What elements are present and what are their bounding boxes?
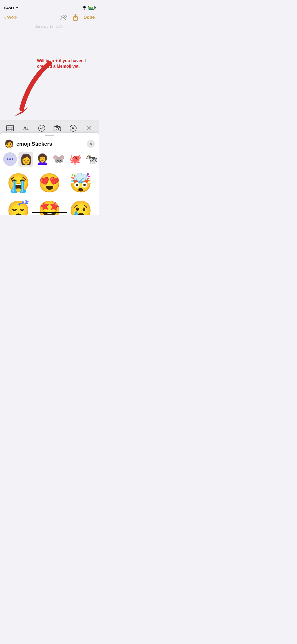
sticker-character-1[interactable]: 👩 [18, 152, 33, 167]
svg-point-14 [59, 127, 60, 128]
sticker-grid: 😭 😍 🤯 😴 🤩 😢 [0, 169, 99, 215]
dot3 [12, 158, 13, 160]
sticker-character-5[interactable]: 🐄 [84, 152, 99, 167]
status-icons: ⚡ [82, 6, 95, 10]
sheet-title: emoji Stickers [16, 141, 52, 147]
camera-icon [54, 125, 61, 131]
close-button[interactable] [84, 123, 94, 134]
back-button[interactable]: ‹ Work [4, 15, 17, 20]
share-icon[interactable] [73, 14, 78, 21]
text-format-label: Aa [23, 125, 28, 131]
date-watermark: January 12, 2024 [0, 24, 99, 29]
svg-point-1 [62, 15, 64, 18]
camera-button[interactable] [52, 123, 63, 134]
table-icon [6, 125, 14, 131]
checklist-button[interactable] [36, 123, 47, 134]
sheet-header: 🧑 emoji Stickers ✕ [0, 136, 99, 151]
svg-point-13 [56, 127, 59, 130]
done-button[interactable]: Done [84, 15, 95, 20]
annotation-overlay: Will be a + if you haven't created a Mem… [37, 58, 95, 69]
close-icon [86, 126, 92, 131]
sticker-character-4[interactable]: 🐙 [68, 152, 82, 167]
svg-point-11 [39, 125, 45, 131]
svg-point-2 [64, 15, 67, 17]
chevron-left-icon: ‹ [4, 14, 6, 20]
nav-bar: ‹ Work Done [0, 12, 99, 23]
svg-marker-5 [14, 106, 29, 116]
sticker-character-3[interactable]: 🐭 [51, 152, 66, 167]
add-people-icon[interactable] [59, 14, 67, 21]
sheet-close-button[interactable]: ✕ [87, 140, 95, 148]
sticker-crying-glasses-2[interactable]: 😢 [66, 197, 96, 215]
more-stickers-button[interactable] [3, 152, 17, 166]
sheet-header-left: 🧑 emoji Stickers [4, 139, 52, 149]
dots-icon [7, 158, 13, 160]
check-icon [38, 125, 45, 132]
sticker-crying-glasses[interactable]: 😭 [3, 170, 33, 196]
svg-point-15 [70, 125, 76, 131]
nav-actions: Done [59, 14, 95, 21]
memoji-avatar[interactable]: 🧑 [4, 139, 14, 149]
battery-icon: ⚡ [88, 6, 95, 10]
sticker-selector-row: 👩 👩‍🦱 🐭 🐙 🐄 🦒 [0, 151, 99, 169]
sticker-heart-eyes[interactable]: 😍 [34, 170, 64, 196]
dot2 [9, 158, 11, 160]
markup-icon [70, 125, 77, 132]
svg-rect-6 [7, 125, 13, 131]
status-bar: 04:41 ✈ ⚡ [0, 0, 99, 12]
text-format-button[interactable]: Aa [21, 123, 31, 134]
status-time: 04:41 ✈ [4, 6, 18, 10]
dot1 [7, 158, 8, 160]
memoji-stickers-sheet: 🧑 emoji Stickers ✕ 👩 👩‍🦱 [0, 133, 99, 215]
time-label: 04:41 [4, 6, 14, 10]
location-icon: ✈ [16, 6, 18, 10]
sticker-sleeping-glasses[interactable]: 😴 [3, 197, 33, 215]
markup-button[interactable] [68, 123, 78, 134]
table-button[interactable] [5, 123, 15, 134]
back-label: Work [7, 15, 17, 20]
annotation-text: Will be a + if you haven't created a Mem… [37, 58, 86, 68]
sticker-character-2[interactable]: 👩‍🦱 [35, 152, 50, 167]
svg-point-0 [84, 9, 85, 10]
sticker-exploding-head[interactable]: 🤯 [66, 170, 96, 196]
wifi-icon [82, 6, 87, 9]
home-indicator [32, 212, 67, 213]
